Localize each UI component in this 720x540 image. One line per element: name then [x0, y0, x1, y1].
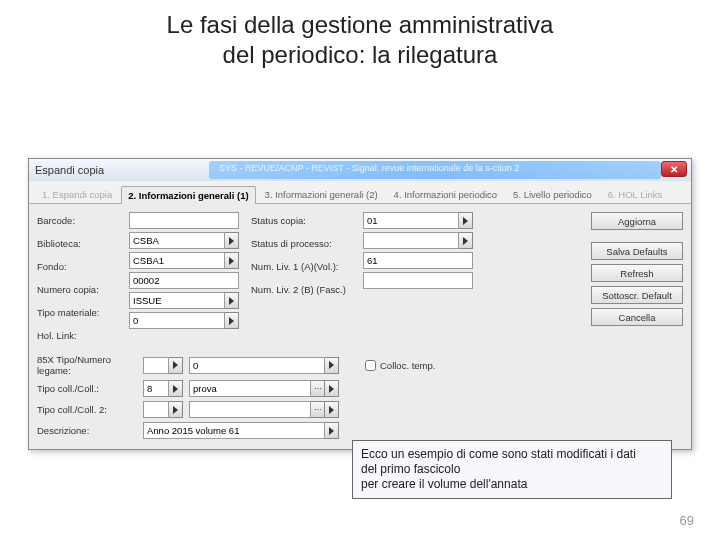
coll-val2-expand[interactable] — [325, 380, 339, 397]
callout-box: Ecco un esempio di come sono stati modif… — [352, 440, 672, 499]
r85x-val1-expand[interactable] — [169, 357, 183, 374]
status-copia-label: Status copia: — [251, 212, 351, 229]
row-coll: Tipo coll./Coll.: ⋯ — [29, 380, 691, 401]
close-button[interactable]: ✕ — [661, 161, 687, 177]
numero-copia-label: Numero copia: — [37, 281, 117, 298]
tab-bar: 1. Espandi copia 2. Informazioni general… — [29, 181, 691, 204]
coll-val1-expand[interactable] — [169, 380, 183, 397]
num-liv2-input[interactable] — [363, 272, 473, 289]
form-area: Barcode: Biblioteca: Fondo: Numero copia… — [29, 204, 691, 354]
fondo-label: Fondo: — [37, 258, 117, 275]
fondo-expand-button[interactable] — [225, 252, 239, 269]
titlebar-subtext: SYS - REVUE/ACNP - REVIST - Signal: revu… — [219, 163, 539, 173]
biblioteca-input[interactable] — [129, 232, 225, 249]
tab-info-generali-1[interactable]: 2. Informazioni generali (1) — [121, 186, 255, 204]
descrizione-label: Descrizione: — [37, 425, 137, 436]
colloc-temp-label: Colloc. temp. — [380, 360, 435, 371]
descrizione-input[interactable] — [143, 422, 325, 439]
coll-val1-input[interactable] — [143, 380, 169, 397]
cancella-button[interactable]: Cancella — [591, 308, 683, 326]
colloc-temp-checkbox[interactable] — [365, 360, 376, 371]
salva-defaults-button[interactable]: Salva Defaults — [591, 242, 683, 260]
barcode-label: Barcode: — [37, 212, 117, 229]
row-85x: 85X Tipo/Numero legame: Colloc. temp. — [29, 354, 691, 380]
biblioteca-label: Biblioteca: — [37, 235, 117, 252]
page-number: 69 — [680, 513, 694, 528]
coll2-label: Tipo coll./Coll. 2: — [37, 404, 137, 415]
sottoscr-default-button[interactable]: Sottoscr. Default — [591, 286, 683, 304]
r85x-val1-input[interactable] — [143, 357, 169, 374]
tipo-materiale-input[interactable] — [129, 292, 225, 309]
callout-line2: del primo fascicolo — [361, 462, 663, 477]
numero-copia-input[interactable] — [129, 272, 239, 289]
status-processo-input[interactable] — [363, 232, 459, 249]
hol-link-label: Hol. Link: — [37, 327, 117, 344]
tab-info-generali-2[interactable]: 3. Informazioni generali (2) — [258, 185, 385, 203]
hol-link-input[interactable] — [129, 312, 225, 329]
status-copia-input[interactable] — [363, 212, 459, 229]
refresh-button[interactable]: Refresh — [591, 264, 683, 282]
num-liv2-label: Num. Liv. 2 (B) (Fasc.) — [251, 281, 351, 298]
r85x-val2-expand[interactable] — [325, 357, 339, 374]
coll-val2-dots[interactable]: ⋯ — [311, 380, 325, 397]
r85x-label: 85X Tipo/Numero legame: — [37, 354, 137, 376]
callout-line3: per creare il volume dell'annata — [361, 477, 663, 492]
tab-hol-links: 6. HOL Links — [601, 185, 670, 203]
coll2-val1-input[interactable] — [143, 401, 169, 418]
biblioteca-expand-button[interactable] — [225, 232, 239, 249]
status-processo-expand-button[interactable] — [459, 232, 473, 249]
callout-line1: Ecco un esempio di come sono stati modif… — [361, 447, 663, 462]
tab-livello-periodico[interactable]: 5. Livello periodico — [506, 185, 599, 203]
row-coll2: Tipo coll./Coll. 2: ⋯ — [29, 401, 691, 422]
tipo-materiale-label: Tipo materiale: — [37, 304, 117, 321]
slide-title: Le fasi della gestione amministrativa de… — [0, 0, 720, 74]
aggiorna-button[interactable]: Aggiorna — [591, 212, 683, 230]
hol-link-expand-button[interactable] — [225, 312, 239, 329]
tab-espandi-copia: 1. Espandi copia — [35, 185, 119, 203]
app-window: Espandi copia SYS - REVUE/ACNP - REVIST … — [28, 158, 692, 450]
title-line1: Le fasi della gestione amministrativa — [167, 11, 554, 38]
r85x-val2-input[interactable] — [189, 357, 325, 374]
coll2-val1-expand[interactable] — [169, 401, 183, 418]
coll2-val2-dots[interactable]: ⋯ — [311, 401, 325, 418]
num-liv1-input[interactable] — [363, 252, 473, 269]
titlebar[interactable]: Espandi copia SYS - REVUE/ACNP - REVIST … — [29, 159, 691, 181]
window-title: Espandi copia — [35, 164, 104, 176]
close-icon: ✕ — [670, 164, 678, 175]
fondo-input[interactable] — [129, 252, 225, 269]
num-liv1-label: Num. Liv. 1 (A)(Vol.): — [251, 258, 351, 275]
descrizione-expand[interactable] — [325, 422, 339, 439]
tab-info-periodico[interactable]: 4. Informazioni periodico — [387, 185, 505, 203]
tipo-materiale-expand-button[interactable] — [225, 292, 239, 309]
barcode-input[interactable] — [129, 212, 239, 229]
status-copia-expand-button[interactable] — [459, 212, 473, 229]
coll-label: Tipo coll./Coll.: — [37, 383, 137, 394]
coll2-val2-expand[interactable] — [325, 401, 339, 418]
status-processo-label: Status di processo: — [251, 235, 351, 252]
coll2-val2-input[interactable] — [189, 401, 311, 418]
title-line2: del periodico: la rilegatura — [223, 41, 498, 68]
coll-val2-input[interactable] — [189, 380, 311, 397]
